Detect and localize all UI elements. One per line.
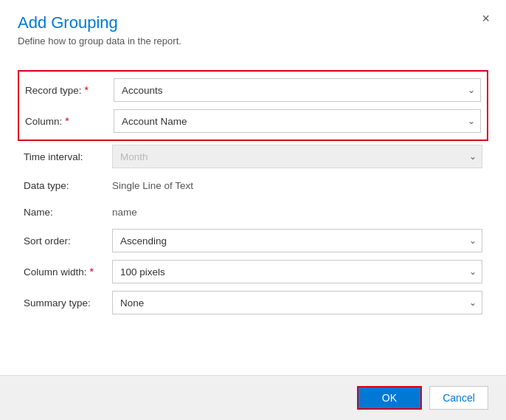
sort-order-row: Sort order: Ascending Descending ⌄ bbox=[18, 225, 488, 256]
record-type-row: Record type: * Accounts Contacts Leads O… bbox=[19, 75, 487, 106]
time-interval-label: Time interval: bbox=[24, 151, 112, 162]
name-row: Name: name bbox=[18, 199, 488, 225]
cancel-button[interactable]: Cancel bbox=[429, 386, 488, 410]
ok-button[interactable]: OK bbox=[357, 386, 422, 410]
column-width-label: Column width: * bbox=[24, 266, 112, 278]
data-type-label: Data type: bbox=[24, 180, 112, 191]
time-interval-row: Time interval: Month Day Week Quarter Ye… bbox=[18, 141, 488, 172]
column-select[interactable]: Account Name Account Number Created On M… bbox=[114, 109, 481, 133]
column-required: * bbox=[65, 115, 69, 127]
time-interval-select[interactable]: Month Day Week Quarter Year bbox=[112, 145, 482, 168]
sort-order-select-wrapper: Ascending Descending ⌄ bbox=[112, 229, 482, 252]
data-type-row: Data type: Single Line of Text bbox=[18, 172, 488, 199]
highlighted-section: Record type: * Accounts Contacts Leads O… bbox=[18, 70, 488, 141]
summary-type-row: Summary type: None Sum Average Count Min… bbox=[18, 287, 488, 318]
column-width-required: * bbox=[90, 266, 94, 278]
name-label: Name: bbox=[24, 207, 112, 218]
record-type-select[interactable]: Accounts Contacts Leads Opportunities bbox=[114, 78, 481, 102]
close-button[interactable]: × bbox=[477, 10, 494, 27]
summary-type-select[interactable]: None Sum Average Count Min Max bbox=[112, 291, 482, 314]
column-control: Account Name Account Number Created On M… bbox=[114, 109, 481, 133]
time-interval-control: Month Day Week Quarter Year ⌄ bbox=[112, 145, 482, 168]
sort-order-label: Sort order: bbox=[24, 235, 112, 247]
dialog-header: Add Grouping Define how to group data in… bbox=[0, 0, 506, 47]
dialog-title: Add Grouping bbox=[18, 13, 488, 32]
record-type-select-wrapper: Accounts Contacts Leads Opportunities ⌄ bbox=[114, 78, 481, 102]
column-width-select[interactable]: 100 pixels 150 pixels 200 pixels 250 pix… bbox=[112, 260, 482, 283]
column-select-wrapper: Account Name Account Number Created On M… bbox=[114, 109, 481, 133]
summary-type-label: Summary type: bbox=[24, 297, 112, 309]
column-width-row: Column width: * 100 pixels 150 pixels 20… bbox=[18, 256, 488, 287]
dialog-footer: OK Cancel bbox=[0, 375, 506, 420]
column-label: Column: * bbox=[25, 115, 114, 127]
add-grouping-dialog: Add Grouping Define how to group data in… bbox=[0, 0, 506, 420]
sort-order-select[interactable]: Ascending Descending bbox=[112, 229, 482, 252]
dialog-subtitle: Define how to group data in the report. bbox=[18, 35, 488, 47]
record-type-required: * bbox=[85, 84, 89, 96]
column-width-control: 100 pixels 150 pixels 200 pixels 250 pix… bbox=[112, 260, 482, 283]
summary-type-control: None Sum Average Count Min Max ⌄ bbox=[112, 291, 482, 314]
data-type-value: Single Line of Text bbox=[112, 179, 482, 191]
column-row: Column: * Account Name Account Number Cr… bbox=[19, 106, 487, 137]
time-interval-select-wrapper: Month Day Week Quarter Year ⌄ bbox=[112, 145, 482, 168]
summary-type-select-wrapper: None Sum Average Count Min Max ⌄ bbox=[112, 291, 482, 314]
record-type-label: Record type: * bbox=[25, 84, 114, 96]
column-width-select-wrapper: 100 pixels 150 pixels 200 pixels 250 pix… bbox=[112, 260, 482, 283]
record-type-control: Accounts Contacts Leads Opportunities ⌄ bbox=[114, 78, 481, 102]
name-value: name bbox=[112, 206, 482, 218]
dialog-body: Record type: * Accounts Contacts Leads O… bbox=[0, 47, 506, 375]
sort-order-control: Ascending Descending ⌄ bbox=[112, 229, 482, 252]
